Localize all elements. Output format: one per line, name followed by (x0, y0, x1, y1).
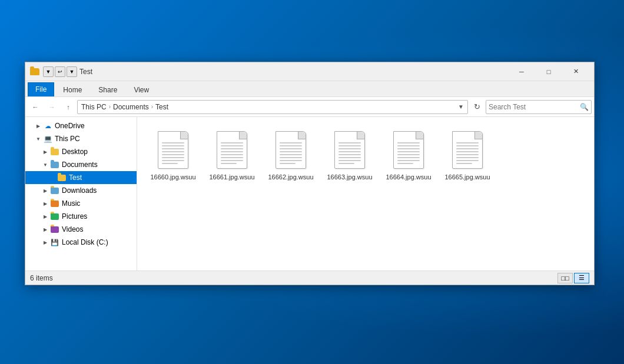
sidebar-label-onedrive: OneDrive (55, 122, 85, 130)
address-path-thispc[interactable]: This PC (81, 103, 107, 111)
address-chevron-icon: ▼ (458, 103, 464, 110)
expand-icon-desktop: ▶ (41, 145, 50, 158)
view-list-button[interactable]: □□ (557, 273, 573, 283)
file-name-5: 16665.jpg.wsuu (444, 173, 490, 181)
expand-icon-documents: ▼ (41, 158, 50, 171)
sidebar-label-thispc: This PC (55, 135, 80, 143)
sidebar-label-downloads: Downloads (62, 186, 97, 195)
forward-button[interactable]: → (44, 100, 59, 114)
tab-home[interactable]: Home (55, 83, 89, 96)
sidebar-label-localdisk: Local Disk (C:) (62, 238, 108, 246)
sidebar-item-pictures[interactable]: ▶ Pictures (25, 210, 137, 223)
sidebar-label-pictures: Pictures (62, 212, 87, 221)
tab-share[interactable]: Share (91, 83, 125, 96)
sidebar-item-downloads[interactable]: ▶ Downloads (25, 184, 137, 197)
address-bar: ← → ↑ This PC › Documents › Test ▼ ↻ 🔍 (25, 97, 594, 117)
sidebar-label-videos: Videos (62, 225, 83, 233)
file-icon-1 (213, 129, 251, 171)
address-path-documents[interactable]: Documents (113, 103, 149, 111)
quick-access-btn-2[interactable]: ↩ (55, 66, 65, 77)
quick-access-btn-1[interactable]: ▼ (43, 66, 54, 77)
folder-icon-test (57, 173, 67, 182)
file-name-0: 16660.jpg.wsuu (150, 173, 195, 181)
sidebar-item-documents[interactable]: ▼ Documents (25, 158, 137, 171)
sidebar-item-localdisk[interactable]: ▶ 💾 Local Disk (C:) (25, 236, 137, 249)
file-icon-4 (390, 129, 427, 171)
quick-access-btn-3[interactable]: ▼ (67, 66, 77, 77)
file-icon-3 (331, 129, 369, 171)
breadcrumb-sep-2: › (151, 103, 153, 110)
file-item[interactable]: 16665.jpg.wsuu (441, 126, 494, 183)
refresh-button[interactable]: ↻ (469, 100, 484, 114)
status-bar: 6 items □□ ☰ (25, 271, 594, 285)
file-name-3: 16663.jpg.wsuu (327, 173, 372, 181)
main-content: ▶ ☁ OneDrive ▼ 💻 This PC ▶ Desktop ▼ Doc… (25, 117, 594, 271)
expand-icon-localdisk: ▶ (41, 236, 50, 249)
maximize-button[interactable]: □ (535, 62, 562, 81)
expand-icon-pictures: ▶ (41, 210, 50, 223)
sidebar-label-documents: Documents (62, 161, 98, 169)
file-explorer-window: ▼ ↩ ▼ Test ─ □ ✕ File Home Share View ← … (25, 62, 595, 285)
sidebar-item-thispc[interactable]: ▼ 💻 This PC (25, 132, 137, 145)
sidebar-item-desktop[interactable]: ▶ Desktop (25, 145, 137, 158)
search-icon[interactable]: 🔍 (580, 103, 589, 111)
address-path[interactable]: This PC › Documents › Test ▼ (77, 100, 468, 114)
minimize-button[interactable]: ─ (508, 62, 535, 81)
file-icon-0 (154, 129, 192, 171)
file-icon-5 (449, 129, 486, 171)
expand-icon-test (48, 171, 57, 184)
ribbon: File Home Share View (25, 81, 594, 97)
sidebar-label-desktop: Desktop (62, 148, 88, 156)
expand-icon-videos: ▶ (41, 223, 50, 236)
address-path-test[interactable]: Test (155, 103, 168, 111)
sidebar-label-music: Music (62, 199, 80, 208)
file-name-1: 16661.jpg.wsuu (209, 173, 254, 181)
items-count: 6 items (30, 274, 557, 282)
tab-view[interactable]: View (126, 83, 157, 96)
view-detail-button[interactable]: ☰ (574, 273, 589, 283)
file-item[interactable]: 16660.jpg.wsuu (147, 126, 200, 183)
title-bar: ▼ ↩ ▼ Test ─ □ ✕ (25, 62, 594, 81)
folder-icon-documents (50, 160, 59, 169)
ribbon-tabs: File Home Share View (25, 81, 594, 96)
folder-icon-downloads (50, 186, 59, 195)
expand-icon-music: ▶ (41, 197, 50, 210)
sidebar-item-music[interactable]: ▶ Music (25, 197, 137, 210)
search-box[interactable]: 🔍 (486, 100, 592, 114)
file-item[interactable]: 16663.jpg.wsuu (323, 126, 376, 183)
sidebar: ▶ ☁ OneDrive ▼ 💻 This PC ▶ Desktop ▼ Doc… (25, 117, 137, 271)
expand-icon-downloads: ▶ (41, 184, 50, 197)
up-button[interactable]: ↑ (61, 100, 76, 114)
view-buttons: □□ ☰ (557, 273, 589, 283)
sidebar-item-videos[interactable]: ▶ Videos (25, 223, 137, 236)
window-title: Test (79, 68, 508, 76)
folder-icon-desktop (50, 147, 59, 156)
title-bar-icon (30, 67, 39, 76)
sidebar-label-test: Test (69, 173, 82, 182)
cloud-icon: ☁ (43, 121, 52, 131)
sidebar-item-test[interactable]: Test (25, 171, 137, 184)
expand-icon-thispc: ▼ (34, 132, 43, 145)
file-name-4: 16664.jpg.wsuu (386, 173, 431, 181)
folder-icon-videos (50, 225, 59, 234)
breadcrumb-sep-1: › (109, 103, 111, 110)
tab-file[interactable]: File (28, 82, 54, 96)
window-controls: ─ □ ✕ (508, 62, 589, 81)
search-input[interactable] (489, 103, 580, 111)
close-button[interactable]: ✕ (562, 62, 589, 81)
folder-icon-music (50, 199, 59, 208)
pc-icon: 💻 (43, 134, 52, 143)
disk-icon: 💾 (50, 238, 59, 247)
file-item[interactable]: 16661.jpg.wsuu (205, 126, 258, 183)
file-item[interactable]: 16664.jpg.wsuu (382, 126, 435, 183)
sidebar-item-onedrive[interactable]: ▶ ☁ OneDrive (25, 119, 137, 132)
quick-access-buttons: ▼ ↩ ▼ (43, 66, 77, 77)
file-item[interactable]: 16662.jpg.wsuu (264, 126, 317, 183)
back-button[interactable]: ← (28, 100, 43, 114)
file-icon-2 (272, 129, 310, 171)
file-name-2: 16662.jpg.wsuu (268, 173, 313, 181)
expand-icon-onedrive: ▶ (34, 119, 43, 132)
file-area: 16660.jpg.wsuu 16661.jpg.wsuu (137, 117, 594, 271)
folder-icon-pictures (50, 212, 59, 221)
